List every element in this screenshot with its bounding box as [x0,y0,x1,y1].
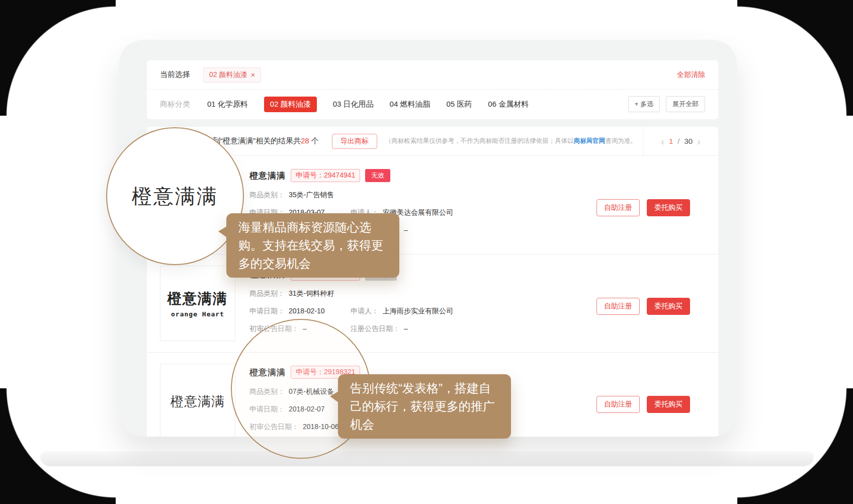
self-register-button[interactable]: 自助注册 [596,396,640,413]
reg-pub-label: 注册公告日期： [351,324,400,333]
multi-select-button[interactable]: + 多选 [628,96,660,112]
page-separator: / [677,137,679,145]
trademark-image-text: 橙意满满 [167,289,228,308]
prev-page-icon[interactable]: ‹ [661,136,664,146]
trademark-image-subtext: orange Heart [171,310,224,318]
current-selection-row: 当前选择 02 颜料油漆 × 全部清除 [147,60,718,90]
applicant-field-label: 申请人： [351,307,379,316]
application-number-label: 申请号： [296,171,324,179]
count-number: 28 [301,136,309,145]
tooltip-promotion: 告别传统“发表格”，搭建自己的标行，获得更多的推广机会 [338,374,511,439]
screen-corner-top-left [0,0,116,116]
results-header: 当前分类下检索到“橙意满满”相关的结果共28 个 导出商标 （商标检索结果仅供参… [147,127,718,156]
screenshot-canvas: 当前选择 02 颜料油漆 × 全部清除 商标分类 01 化学原料 02 颜料油漆… [0,0,853,504]
entrust-purchase-button[interactable]: 委托购买 [647,396,690,413]
category-tab-03[interactable]: 03 日化用品 [333,100,374,109]
trademark-image-text: 橙意满满 [170,393,225,410]
clear-all-link[interactable]: 全部清除 [677,70,705,79]
date-field-label: 申请日期： [249,307,285,316]
current-selection-label: 当前选择 [160,70,190,79]
category-tab-01[interactable]: 01 化学原料 [207,100,248,109]
trademark-preview: 橙意满满 [160,364,235,437]
trademark-preview: 橙意满满 orange Heart [160,266,235,341]
expand-all-button[interactable]: 展开全部 [666,96,705,112]
close-icon[interactable]: × [250,71,255,78]
tooltip-marketplace: 海量精品商标资源随心选购。支持在线交易，获得更多的交易机会 [226,213,399,278]
application-number: 29474941 [324,171,355,179]
reg-pub-value: – [404,226,408,235]
screen-corner-top-right [737,0,853,116]
category-row: 商标分类 01 化学原料 02 颜料油漆 03 日化用品 04 燃料油脂 05 … [147,90,718,119]
laptop-base [40,451,814,466]
pagination: ‹ 1 / 30 › [643,127,718,155]
selected-filter-tag-text: 02 颜料油漆 [209,70,247,79]
applicant-field-value: 上海雨步实业有限公司 [383,307,453,316]
entrust-purchase-button[interactable]: 委托购买 [647,199,690,216]
category-tab-06[interactable]: 06 金属材料 [488,100,529,109]
multi-select-label: 多选 [640,100,653,108]
disclaimer-text: （商标检索结果仅供参考，不作为商标能否注册的法律依据；具体以商标局官网查询为准。… [385,137,633,145]
disclaimer-suffix: 查询为准。） [605,137,633,144]
status-badge: 无效 [365,169,390,182]
filter-panel: 当前选择 02 颜料油漆 × 全部清除 商标分类 01 化学原料 02 颜料油漆… [147,60,718,119]
total-pages: 30 [684,137,693,145]
category-tab-05[interactable]: 05 医药 [446,100,472,109]
magnified-trademark-text: 橙意满满 [132,183,218,210]
trademark-office-link[interactable]: 商标局官网 [574,137,606,144]
screen-corner-bottom-left [0,388,116,504]
category-field-label: 商品类别： [249,289,285,298]
selected-filter-tag[interactable]: 02 颜料油漆 × [203,67,261,82]
date-field-value: 2018-02-10 [289,307,325,316]
category-label: 商标分类 [160,100,190,109]
category-field-value: 31类-饲料种籽 [289,289,334,298]
magnifier-circle: 橙意满满 [106,127,244,265]
screen-corner-bottom-right [737,388,853,504]
category-actions: + 多选 展开全部 [628,96,705,112]
row-actions: 自助注册 委托购买 [596,199,690,216]
current-page: 1 [669,137,673,145]
reg-pub-value: – [404,324,408,333]
category-tab-02-selected[interactable]: 02 颜料油漆 [264,97,317,112]
count-suffix: 个 [309,136,319,145]
category-tab-04[interactable]: 04 燃料油脂 [390,100,431,109]
export-trademarks-button[interactable]: 导出商标 [332,134,377,149]
category-field-label: 商品类别： [249,191,285,200]
row-actions: 自助注册 委托购买 [596,298,690,315]
self-register-button[interactable]: 自助注册 [596,298,640,315]
category-field-value: 35类-广告销售 [289,191,334,200]
entrust-purchase-button[interactable]: 委托购买 [647,298,690,315]
application-number-tag: 申请号：29474941 [291,169,360,182]
row-actions: 自助注册 委托购买 [596,396,690,413]
self-register-button[interactable]: 自助注册 [596,199,640,216]
next-page-icon[interactable]: › [697,136,701,146]
trademark-name: 橙意满满 [249,170,286,182]
disclaimer-prefix: （商标检索结果仅供参考，不作为商标能否注册的法律依据；具体以 [385,137,574,144]
plus-icon: + [635,100,639,108]
